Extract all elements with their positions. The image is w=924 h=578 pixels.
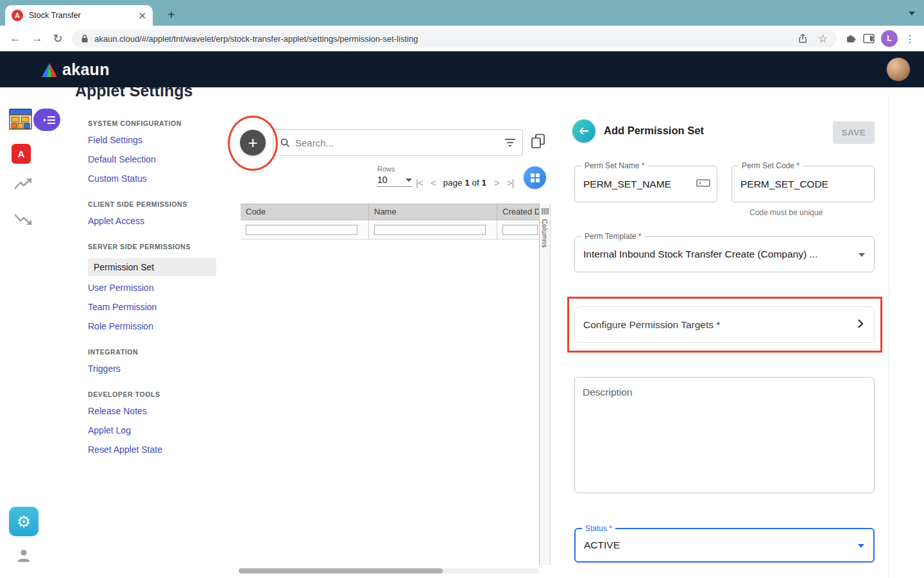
columns-strip-label: Columns — [541, 219, 549, 248]
last-page-icon[interactable]: >| — [507, 177, 514, 188]
user-avatar[interactable] — [886, 57, 911, 82]
url-text: akaun.cloud/#/applet/tnt/wavelet/erp/sto… — [94, 34, 798, 44]
menu-open-pill-button[interactable] — [33, 109, 60, 131]
form-back-button[interactable] — [572, 119, 595, 143]
rows-label: Rows — [377, 165, 412, 173]
status-select[interactable]: Status * ACTIVE — [574, 528, 875, 563]
menu-item-reset-applet-state[interactable]: Reset Applet State — [88, 444, 216, 455]
panel-divider — [888, 98, 889, 578]
column-header-created-date[interactable]: Created D — [497, 204, 539, 220]
grid-icon — [530, 173, 540, 183]
columns-side-strip[interactable]: Columns — [539, 204, 551, 565]
browser-tab[interactable]: A Stock Transfer ✕ — [5, 5, 153, 26]
rows-per-page-select[interactable]: 10 — [377, 175, 412, 187]
perm-set-name-value: PERM_SET_NAME — [583, 179, 671, 190]
perm-set-code-value: PERM_SET_CODE — [740, 179, 828, 190]
description-textarea[interactable] — [575, 378, 874, 493]
search-icon — [280, 137, 290, 148]
tab-close-icon[interactable]: ✕ — [138, 11, 146, 21]
created-date-filter-input[interactable] — [502, 225, 538, 235]
warehouse-applet-icon[interactable] — [8, 106, 33, 134]
perm-template-caret-icon — [859, 253, 865, 257]
rename-icon[interactable] — [696, 177, 710, 192]
chevron-right-icon — [857, 319, 864, 331]
menu-heading-client-side-permissions: CLIENT SIDE PERMISSIONS — [88, 200, 216, 208]
table-filter-row — [241, 220, 539, 240]
search-box — [273, 129, 523, 156]
menu-item-default-selection[interactable]: Default Selection — [88, 154, 216, 164]
perm-template-label: Perm Template * — [581, 232, 644, 241]
menu-item-permission-set[interactable]: Permission Set — [88, 258, 216, 276]
save-button[interactable]: SAVE — [833, 121, 875, 144]
url-bar[interactable]: akaun.cloud/#/applet/tnt/wavelet/erp/sto… — [72, 30, 837, 48]
pdf-applet-icon[interactable]: A — [12, 144, 31, 164]
rows-per-page: Rows 10 — [377, 165, 412, 187]
new-tab-button[interactable]: + — [163, 6, 180, 23]
prev-page-icon[interactable]: < — [431, 177, 436, 188]
code-unique-helper-text: Code must be unique — [749, 208, 823, 217]
menu-item-custom-status[interactable]: Custom Status — [88, 173, 216, 184]
code-filter-input[interactable] — [246, 225, 357, 235]
menu-open-icon — [43, 116, 56, 125]
filter-list-icon[interactable] — [504, 138, 516, 147]
column-header-code[interactable]: Code — [241, 204, 369, 220]
rows-value: 10 — [377, 175, 388, 185]
site-lock-icon[interactable] — [81, 34, 89, 43]
menu-heading-server-side-permissions: SERVER SIDE PERMISSIONS — [88, 243, 216, 250]
column-header-name[interactable]: Name — [369, 204, 497, 220]
menu-item-user-permission[interactable]: User Permission — [88, 283, 216, 293]
description-field — [574, 377, 875, 493]
akaun-triangle-icon — [41, 62, 58, 78]
tab-favicon-icon: A — [12, 10, 23, 21]
browser-toolbar: ← → ↻ akaun.cloud/#/applet/tnt/wavelet/e… — [0, 26, 924, 51]
trending-down-icon[interactable] — [14, 211, 33, 230]
menu-heading-developer-tools: DEVELOPER TOOLS — [88, 390, 216, 398]
share-icon[interactable] — [798, 33, 808, 44]
browser-tab-strip: A Stock Transfer ✕ + — [0, 0, 924, 26]
status-value: ACTIVE — [584, 539, 620, 551]
perm-template-value: Internal Inbound Stock Transfer Create (… — [583, 249, 817, 260]
menu-item-release-notes[interactable]: Release Notes — [88, 406, 216, 416]
table-body-empty — [241, 240, 539, 565]
configure-permission-targets-button[interactable]: Configure Permission Targets * — [574, 306, 875, 343]
menu-item-team-permission[interactable]: Team Permission — [88, 302, 216, 312]
configure-targets-label: Configure Permission Targets * — [583, 319, 720, 331]
app-header: akaun — [0, 51, 924, 87]
perm-set-code-field[interactable]: Perm Set Code * PERM_SET_CODE — [732, 166, 875, 202]
name-filter-input[interactable] — [374, 225, 486, 235]
logo-text: akaun — [62, 60, 110, 79]
perm-template-select[interactable]: Perm Template * Internal Inbound Stock T… — [574, 236, 875, 272]
view-module-button[interactable] — [524, 166, 546, 189]
horizontal-scrollbar-thumb[interactable] — [239, 568, 443, 574]
menu-heading-integration: INTEGRATION — [88, 348, 216, 356]
extensions-puzzle-icon[interactable] — [843, 31, 859, 46]
columns-bars-icon — [541, 207, 549, 215]
next-page-icon[interactable]: > — [494, 177, 499, 188]
menu-item-applet-access[interactable]: Applet Access — [88, 216, 216, 226]
browser-menu-kebab-icon[interactable]: ⋮ — [902, 31, 918, 46]
perm-set-name-field[interactable]: Perm Set Name * PERM_SET_NAME — [574, 166, 717, 202]
settings-gear-button[interactable]: ⚙ — [9, 507, 38, 536]
menu-item-applet-log[interactable]: Applet Log — [88, 425, 216, 435]
side-panel-icon[interactable] — [861, 31, 877, 46]
menu-item-triggers[interactable]: Triggers — [88, 363, 216, 374]
akaun-logo[interactable]: akaun — [41, 60, 110, 79]
settings-menu: SYSTEM CONFIGURATION Field Settings Defa… — [88, 119, 216, 464]
search-input[interactable] — [295, 137, 504, 148]
tab-search-chevron-icon[interactable] — [909, 12, 915, 15]
trending-up-icon[interactable] — [14, 176, 33, 195]
horizontal-scrollbar-track — [239, 568, 539, 574]
stacked-pages-icon[interactable] — [531, 134, 545, 149]
back-arrow-icon — [578, 126, 590, 136]
browser-profile-avatar[interactable]: L — [881, 30, 898, 47]
bookmark-star-icon[interactable]: ☆ — [818, 32, 828, 46]
status-label: Status * — [582, 524, 615, 533]
menu-item-role-permission[interactable]: Role Permission — [88, 321, 216, 331]
forward-button[interactable]: → — [30, 31, 45, 46]
account-person-icon[interactable] — [16, 548, 31, 566]
menu-item-field-settings[interactable]: Field Settings — [88, 135, 216, 145]
reload-button[interactable]: ↻ — [50, 31, 65, 46]
first-page-icon[interactable]: |< — [416, 177, 423, 188]
add-permission-set-button[interactable]: + — [240, 130, 266, 155]
back-button[interactable]: ← — [8, 31, 23, 46]
